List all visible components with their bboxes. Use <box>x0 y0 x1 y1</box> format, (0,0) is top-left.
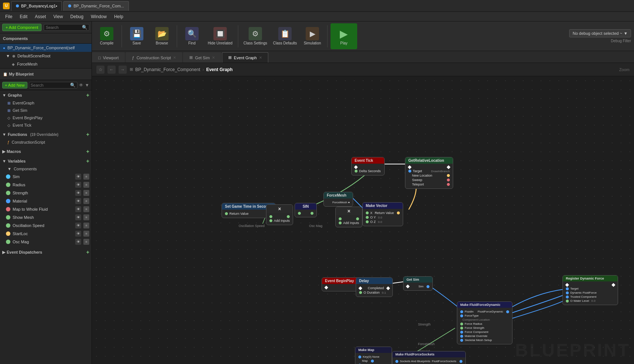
debug-object-select[interactable]: No debug object selected ~ ▼ <box>569 29 631 37</box>
play-button[interactable]: ▶ Play <box>331 23 357 49</box>
event-graph-item[interactable]: ⊞ EventGraph <box>0 99 92 107</box>
variable-item-show-mesh[interactable]: Show Mesh 👁 ≡ <box>0 213 92 221</box>
construction-tab-close[interactable]: ✕ <box>173 56 176 60</box>
class-defaults-button[interactable]: 📋 Class Defaults <box>271 23 299 49</box>
pin-reg-exec-out <box>612 283 615 287</box>
breadcrumb-back-button[interactable]: ← <box>107 66 116 74</box>
graphs-section-title[interactable]: ▼ Graphs + <box>0 91 92 99</box>
get-relative-location-node[interactable]: GetRelativeLocation Target DrawInBranch … <box>405 157 453 189</box>
class-settings-button[interactable]: ⚙ Class Settings <box>241 23 269 49</box>
breadcrumb-forward-button[interactable]: → <box>119 66 127 74</box>
var-eye-icon[interactable]: 👁 <box>75 190 81 196</box>
pin-delay-in <box>359 286 362 290</box>
make-force-sockets-node[interactable]: Make FluidForceSockets Sockets And Bluep… <box>392 351 466 364</box>
var-eye-icon[interactable]: 👁 <box>75 239 81 245</box>
components-sub-item[interactable]: ▼ Components <box>0 165 92 173</box>
browse-button[interactable]: 📂 Browse <box>150 23 174 49</box>
force-mesh-node[interactable]: ForceMesh ForceMesh ● <box>323 192 353 207</box>
add-new-button[interactable]: + Add New <box>2 82 27 89</box>
variable-item-startloc[interactable]: StartLoc 👁 ≡ <box>0 230 92 238</box>
var-eye-icon[interactable]: 👁 <box>75 174 81 180</box>
add-graph-icon[interactable]: + <box>86 92 89 98</box>
variables-section-title[interactable]: ▼ Variables + <box>0 157 92 165</box>
multiply-node-2[interactable]: × Add Inputs <box>335 207 362 227</box>
getsim-tab-close[interactable]: ✕ <box>212 56 215 60</box>
event-begin-play-node[interactable]: Event BeginPlay <box>322 277 359 291</box>
event-tick-node[interactable]: Event Tick Delta Seconds <box>351 157 385 176</box>
variable-item-oscillation-speed[interactable]: Oscillation Speed 👁 ≡ <box>0 221 92 230</box>
menu-edit[interactable]: Edit <box>16 13 31 20</box>
var-eye-icon[interactable]: 👁 <box>75 206 81 212</box>
menu-view[interactable]: View <box>50 13 67 20</box>
find-button[interactable]: 🔍 Find <box>180 23 204 49</box>
add-component-button[interactable]: + Add Component <box>2 24 42 31</box>
event-tick-item[interactable]: ◇ Event Tick <box>0 121 92 129</box>
get-sim-bottom-node[interactable]: Get Sim Sim <box>403 276 433 291</box>
compile-button[interactable]: ⚙ Compile <box>95 23 119 49</box>
save-button[interactable]: 💾 Save <box>125 23 149 49</box>
var-eye-icon[interactable]: 👁 <box>75 223 81 228</box>
add-variable-icon[interactable]: + <box>86 158 89 164</box>
macros-section-title[interactable]: ▶ Macros + <box>0 147 92 156</box>
pin-getsim-in <box>406 285 410 288</box>
var-scroll-indicator: ≡ <box>83 174 89 180</box>
menu-asset[interactable]: Asset <box>31 13 50 20</box>
register-dynamic-force-node[interactable]: Register Dynamic Force Target Dynamic Fl… <box>562 275 618 305</box>
sin-node[interactable]: SIN <box>295 203 317 217</box>
functions-section-title[interactable]: ▼ Functions (19 Overridable) + <box>0 130 92 138</box>
debug-filter-area: No debug object selected ~ ▼ Debug Filte… <box>569 29 631 43</box>
var-eye-icon[interactable]: 👁 <box>75 182 81 188</box>
simulation-button[interactable]: ▶ Simulation <box>301 23 324 49</box>
variable-item-strength[interactable]: Strength 👁 ≡ <box>0 189 92 197</box>
event-begin-play-item[interactable]: ◇ Event BeginPlay <box>0 114 92 121</box>
var-eye-icon[interactable]: 👁 <box>75 198 81 204</box>
hide-unrelated-button[interactable]: 🔲 Hide Unrelated <box>205 23 235 49</box>
variable-item-sim[interactable]: Sim 👁 ≡ <box>0 173 92 181</box>
settings-icon[interactable]: ▼ <box>85 83 89 88</box>
construction-script-item[interactable]: ƒ ConstructionScript <box>0 138 92 146</box>
graph-canvas[interactable]: Event Tick Delta Seconds GetRelativeL <box>92 76 634 364</box>
get-sim-item[interactable]: ⊞ Get Sim <box>0 107 92 114</box>
variable-item-osc-mag[interactable]: Osc Mag 👁 ≡ <box>0 238 92 246</box>
tab-buoyancy[interactable]: BP_BuoyancyLog1• <box>11 1 62 11</box>
add-macro-icon[interactable]: + <box>86 148 89 154</box>
class-settings-icon: ⚙ <box>249 27 262 40</box>
viewport-tab[interactable]: □ Viewport <box>92 52 125 63</box>
delay-node[interactable]: Delay Completed O Duration 0.1 <box>356 277 393 297</box>
components-search-box[interactable]: 🔍 <box>44 24 89 31</box>
add-function-icon[interactable]: + <box>86 131 89 137</box>
components-search-input[interactable] <box>46 25 80 30</box>
add-dispatcher-icon[interactable]: + <box>86 249 89 255</box>
breadcrumb-star-button[interactable]: ☆ <box>96 66 104 74</box>
default-scene-root-item[interactable]: ▼ ⊕ DefaultSceneRoot <box>0 52 92 60</box>
variable-item-radius[interactable]: Radius 👁 ≡ <box>0 181 92 189</box>
bp-dynamic-component-item[interactable]: ● BP_Dynamic_Force_Component(self <box>0 44 92 52</box>
make-vector-node[interactable]: Make Vector X Return Value O Y 0.0 <box>362 202 403 226</box>
tab-dynamic-force[interactable]: BP_Dynamic_Force_Com... <box>63 1 129 11</box>
make-map-node[interactable]: Make Map Key(0) None Map Value(0) None <box>355 347 392 364</box>
menu-debug[interactable]: Debug <box>67 13 87 20</box>
bp-search-box[interactable]: 🔍 <box>29 82 78 89</box>
components-section-header: Components <box>0 33 92 44</box>
force-mesh-item[interactable]: ◆ ForceMesh <box>0 60 92 68</box>
var-eye-icon[interactable]: 👁 <box>75 214 81 220</box>
variable-item-map-to-whole-fluid[interactable]: Map to Whole Fluid 👁 ≡ <box>0 205 92 213</box>
bp-search-input[interactable] <box>31 83 69 87</box>
eye-icon[interactable]: 👁 <box>79 83 83 88</box>
chevron-graphs: ▼ <box>2 93 6 97</box>
menu-window[interactable]: Window <box>87 13 110 20</box>
menu-help[interactable]: Help <box>110 13 127 20</box>
construction-script-tab[interactable]: ƒ Construction Script ✕ <box>126 52 182 63</box>
variable-item-material[interactable]: Material 👁 ≡ <box>0 197 92 205</box>
pin-a <box>269 215 272 218</box>
menu-file[interactable]: File <box>1 13 16 20</box>
get-sim-tab[interactable]: ⊞ Get Sim ✕ <box>183 52 221 63</box>
multiply-node-1[interactable]: × Add Inputs <box>266 204 293 225</box>
var-eye-icon[interactable]: 👁 <box>75 231 81 237</box>
event-graph-label: EventGraph <box>13 101 34 105</box>
event-dispatchers-section[interactable]: ▶ Event Dispatchers + <box>0 248 92 256</box>
class-settings-label: Class Settings <box>243 41 267 45</box>
make-fluid-force-node[interactable]: Make FluidForceDynamic FluidIn FluidForc… <box>457 301 512 344</box>
event-graph-tab[interactable]: ⊞ Event Graph ✕ <box>222 52 268 63</box>
event-graph-tab-close[interactable]: ✕ <box>259 56 262 60</box>
